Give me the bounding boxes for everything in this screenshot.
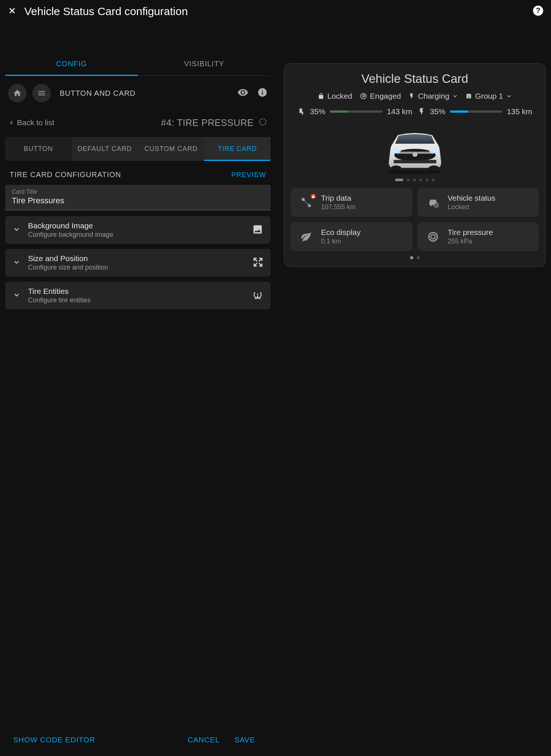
row-subtitle: Configure tire entities bbox=[28, 296, 245, 304]
tile-tire-pressure[interactable]: Tire pressure 255 kPa bbox=[418, 222, 539, 251]
chevron-down-icon bbox=[13, 225, 21, 235]
chevron-down-icon bbox=[13, 258, 21, 268]
card-title-field[interactable]: Card Title bbox=[5, 185, 271, 210]
chevron-down-icon bbox=[506, 93, 512, 99]
toolbar-label: BUTTON AND CARD bbox=[60, 89, 229, 98]
section-title: TIRE CARD CONFIGURATION bbox=[10, 170, 121, 179]
svg-point-3 bbox=[257, 296, 258, 297]
svg-point-2 bbox=[259, 119, 266, 125]
row-subtitle: Configure background image bbox=[28, 231, 245, 239]
sub-tab-custom-card[interactable]: CUSTOM CARD bbox=[138, 137, 204, 161]
car-image bbox=[291, 120, 539, 179]
range2-bar bbox=[450, 110, 503, 113]
home-button[interactable] bbox=[8, 84, 27, 102]
preview-title: Vehicle Status Card bbox=[291, 72, 539, 86]
save-button[interactable]: SAVE bbox=[227, 736, 262, 744]
range1-distance: 143 km bbox=[387, 107, 412, 116]
svg-point-17 bbox=[308, 204, 311, 207]
back-label: Back to list bbox=[17, 118, 55, 127]
tile-pagination[interactable] bbox=[291, 256, 539, 259]
dialog-title: Vehicle Status Card configuration bbox=[24, 5, 525, 18]
row-title: Background Image bbox=[28, 221, 245, 230]
svg-text:1: 1 bbox=[468, 94, 470, 98]
status-charging[interactable]: Charging bbox=[408, 92, 458, 101]
tile-trip-data[interactable]: Trip data 107,555 km bbox=[291, 188, 412, 217]
chevron-down-icon bbox=[13, 291, 21, 300]
help-button[interactable]: ? bbox=[533, 5, 544, 18]
status-locked[interactable]: Locked bbox=[318, 92, 352, 101]
expand-arrows-icon bbox=[253, 257, 263, 269]
svg-point-19 bbox=[435, 204, 437, 205]
visibility-toggle[interactable] bbox=[237, 87, 248, 99]
breadcrumb-title: #4: TIRE PRESSURE bbox=[161, 117, 254, 128]
row-tire-entities[interactable]: Tire Entities Configure tire entities bbox=[5, 282, 271, 309]
range2-distance: 135 km bbox=[507, 107, 532, 116]
tire-pressure-icon bbox=[252, 289, 263, 302]
chevron-down-icon bbox=[452, 93, 458, 99]
status-engaged[interactable]: Engaged bbox=[360, 92, 401, 101]
cancel-button[interactable]: CANCEL bbox=[180, 736, 227, 744]
card-title-input[interactable] bbox=[12, 196, 264, 205]
svg-point-15 bbox=[387, 170, 442, 174]
svg-point-4 bbox=[360, 94, 366, 99]
car-cog-icon bbox=[425, 194, 441, 211]
row-background-image[interactable]: Background Image Configure background im… bbox=[5, 216, 271, 244]
row-subtitle: Configure size and position bbox=[28, 264, 245, 271]
sub-tab-default-card[interactable]: DEFAULT CARD bbox=[72, 137, 138, 161]
image-icon bbox=[252, 224, 263, 236]
preview-link[interactable]: PREVIEW bbox=[231, 171, 266, 179]
route-icon bbox=[298, 194, 314, 211]
parking-icon bbox=[360, 92, 367, 100]
close-button[interactable] bbox=[7, 6, 17, 17]
svg-rect-12 bbox=[394, 160, 436, 163]
group-icon: 1 bbox=[465, 93, 472, 99]
car-pagination[interactable] bbox=[291, 179, 539, 181]
svg-text:?: ? bbox=[536, 6, 540, 14]
charging-icon bbox=[408, 93, 415, 99]
tile-vehicle-status[interactable]: Vehicle status Locked bbox=[418, 188, 539, 217]
menu-button[interactable] bbox=[32, 84, 51, 102]
svg-point-10 bbox=[393, 148, 401, 154]
row-title: Size and Position bbox=[28, 254, 245, 263]
lock-icon bbox=[318, 93, 324, 99]
gear-icon bbox=[258, 117, 268, 128]
tab-config[interactable]: CONFIG bbox=[5, 52, 138, 75]
info-button[interactable] bbox=[257, 87, 268, 99]
status-group[interactable]: 1 Group 1 bbox=[465, 92, 512, 101]
svg-point-21 bbox=[431, 235, 435, 239]
ev-icon bbox=[418, 108, 426, 116]
back-to-list[interactable]: Back to list bbox=[8, 118, 55, 127]
preview-card: Vehicle Status Card Locked Engaged Charg… bbox=[284, 63, 546, 267]
main-tabs: CONFIG VISIBILITY bbox=[5, 52, 271, 76]
card-title-label: Card Title bbox=[12, 189, 264, 195]
fuel-icon bbox=[297, 108, 306, 116]
sub-tabs: BUTTON DEFAULT CARD CUSTOM CARD TIRE CAR… bbox=[5, 137, 271, 161]
range1-percent: 35% bbox=[310, 107, 325, 116]
row-title: Tire Entities bbox=[28, 287, 245, 296]
range2-percent: 35% bbox=[430, 107, 446, 116]
svg-point-11 bbox=[429, 148, 437, 154]
leaf-icon bbox=[298, 229, 314, 245]
sub-tab-tire-card[interactable]: TIRE CARD bbox=[204, 137, 271, 161]
tile-eco-display[interactable]: Eco display 0.1 km bbox=[291, 222, 412, 251]
sub-tab-button[interactable]: BUTTON bbox=[5, 137, 72, 161]
row-size-position[interactable]: Size and Position Configure size and pos… bbox=[5, 249, 271, 277]
show-code-editor[interactable]: SHOW CODE EDITOR bbox=[13, 736, 95, 744]
tire-icon bbox=[425, 229, 441, 245]
tab-visibility[interactable]: VISIBILITY bbox=[138, 52, 271, 75]
range1-bar bbox=[330, 110, 383, 113]
